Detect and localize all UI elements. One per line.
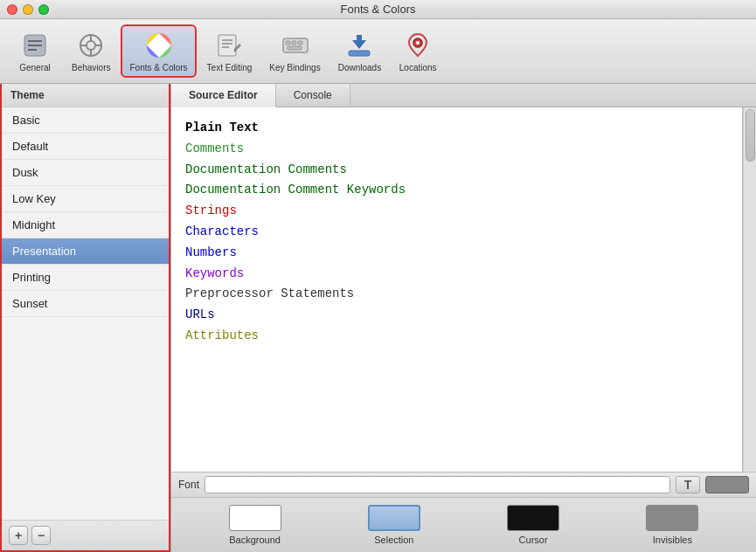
maximize-button[interactable] [38, 4, 49, 15]
toolbar-item-key-bindings[interactable]: Key Bindings [262, 26, 327, 76]
font-size-button[interactable]: T [676, 476, 700, 493]
tab-source-editor[interactable]: Source Editor [171, 84, 276, 107]
editor-line-comments: Comments [185, 139, 728, 160]
behaviors-icon [75, 30, 107, 61]
swatches-bar: Background Selection Cursor Invisibles [171, 497, 756, 552]
editor-line-preprocessor: Preprocessor Statements [185, 284, 728, 305]
swatch-item-background: Background [229, 505, 281, 545]
selection-swatch[interactable] [368, 505, 420, 531]
svg-point-11 [155, 41, 163, 50]
behaviors-label: Behaviors [72, 63, 110, 72]
editor-scroll-container: Plain Text Comments Documentation Commen… [171, 107, 756, 472]
svg-rect-3 [28, 49, 37, 51]
sidebar-item-printing[interactable]: Printing [2, 265, 169, 291]
editor-line-attributes: Attributes [185, 326, 728, 347]
editor-line-numbers: Numbers [185, 243, 728, 264]
toolbar-item-text-editing[interactable]: Text Editing [200, 26, 260, 76]
font-label: Font [178, 479, 199, 491]
text-editing-label: Text Editing [207, 63, 253, 72]
scrollbar-track[interactable] [743, 107, 756, 472]
sidebar-header: Theme [2, 84, 169, 107]
sidebar-item-presentation[interactable]: Presentation [2, 238, 169, 265]
sidebar-footer: + − [2, 520, 169, 550]
svg-rect-21 [349, 51, 370, 56]
svg-rect-17 [286, 41, 290, 45]
tab-bar: Source Editor Console [171, 84, 756, 107]
window-controls [7, 4, 49, 15]
svg-rect-12 [218, 35, 236, 56]
swatch-item-selection: Selection [368, 505, 420, 545]
editor-line-strings: Strings [185, 201, 728, 222]
svg-rect-2 [28, 45, 42, 46]
fonts-colors-label: Fonts & Colors [129, 63, 187, 72]
locations-icon [402, 30, 433, 61]
toolbar-item-general[interactable]: General [9, 26, 61, 76]
font-input[interactable] [205, 476, 670, 493]
sidebar-item-sunset[interactable]: Sunset [2, 291, 169, 317]
right-panel: Source Editor Console Plain Text Comment… [170, 84, 756, 552]
sidebar: Theme Basic Default Dusk Low Key Midnigh… [0, 84, 170, 552]
theme-list: Basic Default Dusk Low Key Midnight Pres… [2, 107, 169, 520]
svg-point-5 [87, 41, 95, 50]
svg-rect-1 [28, 40, 42, 42]
cursor-swatch[interactable] [507, 505, 559, 531]
cursor-label: Cursor [519, 535, 548, 545]
text-editing-icon [213, 30, 245, 61]
editor-line-doc-comment-keywords: Documentation Comment Keywords [185, 180, 728, 201]
swatch-item-cursor: Cursor [507, 505, 559, 545]
editor-line-keywords: Keywords [185, 264, 728, 285]
toolbar-item-behaviors[interactable]: Behaviors [65, 26, 117, 76]
scrollbar-thumb[interactable] [746, 109, 755, 162]
swatch-item-invisibles: Invisibles [646, 505, 698, 545]
sidebar-item-midnight[interactable]: Midnight [2, 212, 169, 238]
general-label: General [19, 63, 51, 72]
fonts-colors-icon [143, 30, 175, 61]
editor-line-characters: Characters [185, 222, 728, 243]
sidebar-item-low-key[interactable]: Low Key [2, 186, 169, 212]
locations-label: Locations [399, 63, 437, 72]
remove-theme-button[interactable]: − [31, 526, 51, 545]
sidebar-item-dusk[interactable]: Dusk [2, 160, 169, 186]
editor-line-plain-text: Plain Text [185, 118, 728, 139]
selection-label: Selection [374, 535, 413, 545]
svg-point-25 [416, 41, 420, 45]
svg-rect-20 [288, 46, 302, 50]
close-button[interactable] [7, 4, 17, 15]
editor-line-doc-comments: Documentation Comments [185, 160, 728, 181]
toolbar: General Behaviors [0, 19, 756, 84]
editor-line-urls: URLs [185, 305, 728, 326]
downloads-label: Downloads [338, 63, 381, 72]
toolbar-item-downloads[interactable]: Downloads [331, 26, 388, 76]
general-icon [19, 30, 51, 61]
add-theme-button[interactable]: + [9, 526, 28, 545]
tab-console[interactable]: Console [276, 84, 350, 107]
toolbar-item-locations[interactable]: Locations [392, 26, 444, 76]
invisibles-swatch[interactable] [646, 505, 698, 531]
font-bar: Font T [171, 472, 756, 497]
svg-rect-23 [357, 35, 362, 44]
sidebar-item-default[interactable]: Default [2, 134, 169, 160]
font-t-icon: T [684, 478, 692, 492]
key-bindings-label: Key Bindings [269, 63, 320, 72]
editor-area[interactable]: Plain Text Comments Documentation Commen… [171, 107, 743, 472]
window-title: Fonts & Colors [341, 3, 416, 16]
sidebar-item-basic[interactable]: Basic [2, 107, 169, 134]
svg-rect-19 [298, 41, 302, 45]
key-bindings-icon [280, 30, 311, 61]
main-content: Theme Basic Default Dusk Low Key Midnigh… [0, 84, 756, 552]
toolbar-item-fonts-colors[interactable]: Fonts & Colors [121, 24, 196, 78]
background-label: Background [229, 535, 281, 545]
downloads-icon [343, 30, 375, 61]
svg-rect-18 [292, 41, 296, 45]
invisibles-label: Invisibles [653, 535, 692, 545]
background-swatch[interactable] [229, 505, 281, 531]
svg-rect-16 [283, 38, 308, 52]
minimize-button[interactable] [23, 4, 33, 15]
font-color-swatch[interactable] [705, 476, 749, 493]
title-bar: Fonts & Colors [0, 0, 756, 19]
